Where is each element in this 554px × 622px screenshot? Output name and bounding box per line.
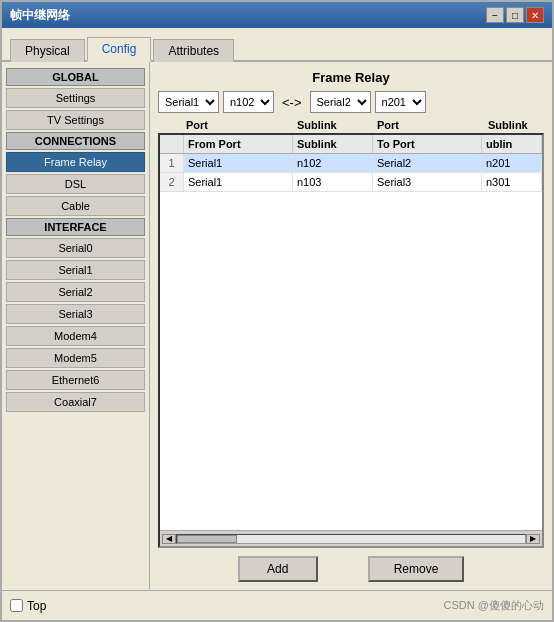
sidebar-item-modem5[interactable]: Modem5	[6, 348, 145, 368]
row-2-sublink: n103	[293, 173, 373, 191]
maximize-button[interactable]: □	[506, 7, 524, 23]
row-1-to-port: Serial2	[373, 154, 482, 172]
header-to-port: To Port	[373, 135, 482, 153]
bottom-bar: Top CSDN @傻傻的心动	[2, 590, 552, 620]
close-button[interactable]: ✕	[526, 7, 544, 23]
row-2-from-port: Serial1	[184, 173, 293, 191]
col-labels: Port Sublink Port Sublink	[158, 119, 544, 133]
sidebar-item-serial3[interactable]: Serial3	[6, 304, 145, 324]
table-header: From Port Sublink To Port ublin	[160, 135, 542, 154]
row-1-num: 1	[160, 154, 184, 172]
row-2-ublin: n301	[482, 173, 542, 191]
title-bar: 帧中继网络 − □ ✕	[2, 2, 552, 28]
remove-button[interactable]: Remove	[368, 556, 465, 582]
row-1-sublink: n102	[293, 154, 373, 172]
from-port-select[interactable]: Serial1	[158, 91, 219, 113]
scrollbar-thumb[interactable]	[177, 535, 237, 543]
header-from-port: From Port	[184, 135, 293, 153]
sidebar-item-cable[interactable]: Cable	[6, 196, 145, 216]
section-interface: INTERFACE	[6, 218, 145, 236]
minimize-button[interactable]: −	[486, 7, 504, 23]
row-1-from-port: Serial1	[184, 154, 293, 172]
sidebar-item-serial0[interactable]: Serial0	[6, 238, 145, 258]
scroll-left-arrow[interactable]: ◀	[162, 534, 176, 544]
sidebar-item-tv-settings[interactable]: TV Settings	[6, 110, 145, 130]
table-row[interactable]: 1 Serial1 n102 Serial2 n201	[160, 154, 542, 173]
sidebar-item-dsl[interactable]: DSL	[6, 174, 145, 194]
col-empty	[158, 119, 182, 131]
content-area: Frame Relay Serial1 n102 <-> Serial2 n20…	[150, 62, 552, 590]
arrow-label: <->	[278, 95, 306, 110]
window-controls: − □ ✕	[486, 7, 544, 23]
header-num	[160, 135, 184, 153]
header-ublin: ublin	[482, 135, 542, 153]
row-2-to-port: Serial3	[373, 173, 482, 191]
tab-physical[interactable]: Physical	[10, 39, 85, 62]
to-sublink-select[interactable]: n201	[375, 91, 426, 113]
section-connections: CONNECTIONS	[6, 132, 145, 150]
sidebar-item-frame-relay[interactable]: Frame Relay	[6, 152, 145, 172]
scrollbar-track[interactable]	[176, 534, 526, 544]
col-sublink-label: Sublink	[293, 119, 373, 131]
from-sublink-select[interactable]: n102	[223, 91, 274, 113]
section-global: GLOBAL	[6, 68, 145, 86]
sidebar-item-modem4[interactable]: Modem4	[6, 326, 145, 346]
add-button[interactable]: Add	[238, 556, 318, 582]
header-sublink: Sublink	[293, 135, 373, 153]
tabs-bar: Physical Config Attributes	[2, 28, 552, 62]
sidebar-item-settings[interactable]: Settings	[6, 88, 145, 108]
tab-attributes[interactable]: Attributes	[153, 39, 234, 62]
watermark: CSDN @傻傻的心动	[444, 598, 544, 613]
main-window: 帧中继网络 − □ ✕ Physical Config Attributes G…	[0, 0, 554, 622]
content-title: Frame Relay	[158, 70, 544, 85]
to-port-select[interactable]: Serial2	[310, 91, 371, 113]
sidebar-item-serial2[interactable]: Serial2	[6, 282, 145, 302]
table-body: 1 Serial1 n102 Serial2 n201 2 Serial1 n1…	[160, 154, 542, 530]
row-2-num: 2	[160, 173, 184, 191]
col-ublin-label: Sublink	[484, 119, 544, 131]
sidebar-item-ethernet6[interactable]: Ethernet6	[6, 370, 145, 390]
top-label: Top	[27, 599, 46, 613]
buttons-row: Add Remove	[158, 556, 544, 582]
controls-row: Serial1 n102 <-> Serial2 n201	[158, 91, 544, 113]
horizontal-scrollbar[interactable]: ◀ ▶	[160, 530, 542, 546]
scroll-right-arrow[interactable]: ▶	[526, 534, 540, 544]
sidebar-item-coaxial7[interactable]: Coaxial7	[6, 392, 145, 412]
table-container: From Port Sublink To Port ublin 1 Serial…	[158, 133, 544, 548]
row-1-ublin: n201	[482, 154, 542, 172]
sidebar-item-serial1[interactable]: Serial1	[6, 260, 145, 280]
top-checkbox[interactable]	[10, 599, 23, 612]
main-content: GLOBAL Settings TV Settings CONNECTIONS …	[2, 62, 552, 590]
tab-config[interactable]: Config	[87, 37, 152, 62]
col-from-port-label: Port	[182, 119, 293, 131]
window-title: 帧中继网络	[10, 7, 70, 24]
table-row[interactable]: 2 Serial1 n103 Serial3 n301	[160, 173, 542, 192]
checkbox-row: Top	[10, 599, 46, 613]
sidebar: GLOBAL Settings TV Settings CONNECTIONS …	[2, 62, 150, 590]
col-to-port-label: Port	[373, 119, 484, 131]
